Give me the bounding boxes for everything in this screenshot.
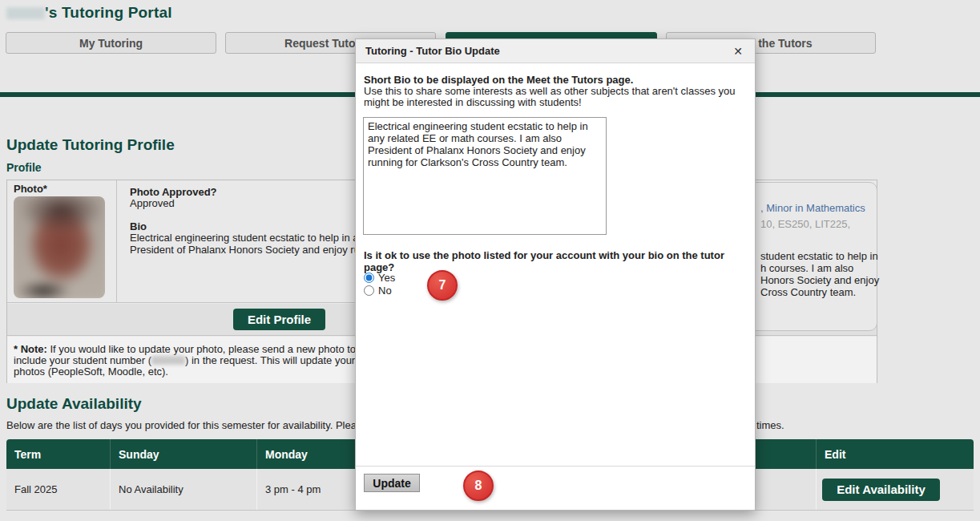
tutor-bio-update-modal: Tutoring - Tutor Bio Update ✕ Short Bio … — [355, 38, 756, 511]
bio-prompt-text: Use this to share some interests as well… — [364, 86, 750, 108]
photo-approved-value: Approved — [130, 197, 175, 209]
blurred-photo-image — [14, 196, 105, 298]
tab-my-tutoring[interactable]: My Tutoring — [6, 32, 216, 54]
bio-text-line2: President of Phalanx Honors Society and … — [130, 244, 379, 256]
availability-description-end: times. — [756, 419, 784, 431]
edit-availability-button[interactable]: Edit Availability — [822, 479, 940, 501]
profile-subheading: Profile — [6, 161, 42, 174]
radio-yes-input[interactable] — [364, 273, 374, 283]
photo-label: Photo* — [14, 183, 47, 195]
photo-approved-label: Photo Approved? — [130, 186, 217, 198]
photo-question: Is it ok to use the photo listed for you… — [364, 249, 755, 273]
tutor-bio-line: Cross Country team. — [760, 286, 856, 298]
modal-footer-divider — [356, 466, 755, 466]
bio-textarea[interactable]: Electrical engineering student ecstatic … — [363, 117, 607, 235]
note-bold-prefix: * Note: — [14, 343, 47, 355]
step-badge-8: 8 — [463, 471, 494, 501]
radio-option-no[interactable]: No — [364, 285, 392, 297]
col-header-term: Term — [6, 439, 110, 469]
photo-cell: Photo* — [7, 180, 117, 303]
step-badge-7: 7 — [427, 270, 458, 301]
update-button[interactable]: Update — [364, 474, 420, 492]
tab-my-tutoring-label: My Tutoring — [79, 37, 143, 50]
modal-header: Tutoring - Tutor Bio Update ✕ — [356, 39, 755, 63]
tutor-courses-line: 10, ES250, LIT225, — [760, 218, 850, 230]
tutor-major-line: , Minor in Mathematics — [760, 202, 865, 214]
update-availability-heading: Update Availability — [6, 395, 142, 413]
availability-description: Below are the list of days you provided … — [6, 419, 388, 431]
page-title-text: 's Tutoring Portal — [45, 4, 172, 21]
edit-cell: Edit Availability — [816, 469, 974, 510]
tutor-bio-line: Honors Society and enjoy — [760, 274, 879, 286]
page-title: 's Tutoring Portal — [6, 4, 172, 22]
update-tutoring-profile-heading: Update Tutoring Profile — [6, 136, 175, 154]
close-icon[interactable]: ✕ — [729, 42, 747, 60]
sunday-cell: No Availability — [110, 469, 256, 510]
redacted-user-name — [6, 7, 45, 19]
col-header-edit: Edit — [816, 439, 974, 469]
term-cell: Fall 2025 — [6, 469, 110, 510]
tutor-bio-line: student ecstatic to help in — [760, 250, 878, 262]
note-line-1-text: If you would like to update your photo, … — [47, 343, 390, 355]
modal-title: Tutoring - Tutor Bio Update — [356, 45, 500, 57]
note-line-2-pre: include your student number ( — [14, 354, 151, 366]
radio-no-label: No — [378, 285, 392, 297]
radio-no-input[interactable] — [364, 285, 374, 296]
profile-photo — [14, 196, 105, 298]
note-line-3: photos (PeopleSoft, Moodle, etc). — [14, 366, 168, 378]
tutor-bio-line: h courses. I am also — [760, 262, 853, 274]
bio-label: Bio — [130, 220, 147, 232]
radio-yes-label: Yes — [378, 272, 395, 284]
redacted-student-number — [151, 356, 185, 365]
radio-option-yes[interactable]: Yes — [364, 272, 395, 284]
note-line-1: * Note: If you would like to update your… — [14, 343, 390, 355]
bio-prompt-bold: Short Bio to be displayed on the Meet th… — [364, 74, 633, 86]
col-header-sunday: Sunday — [110, 439, 256, 469]
edit-profile-button[interactable]: Edit Profile — [233, 309, 325, 330]
note-line-2: include your student number () in the re… — [14, 354, 384, 366]
bio-text-line1: Electrical engineering student ecstatic … — [130, 232, 381, 244]
tutoring-portal-page: 's Tutoring Portal My Tutoring Request T… — [0, 0, 980, 521]
